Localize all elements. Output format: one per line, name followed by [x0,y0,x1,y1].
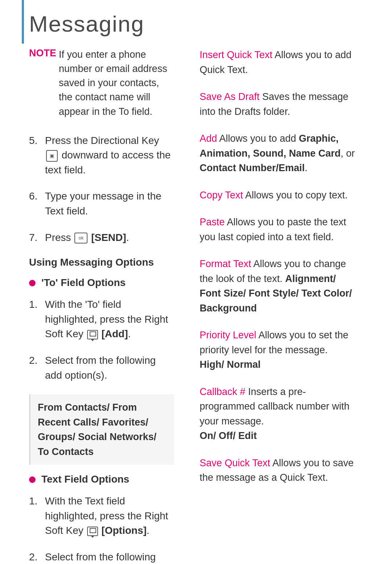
section-header-messaging-options: Using Messaging Options [29,257,174,268]
right-item-add: Add Allows you to add Graphic, Animation… [200,131,356,176]
step-7-text: Press ok [SEND]. [45,230,174,245]
right-item-callback: Callback # Inserts a pre-programmed call… [200,384,356,443]
term-format-text: Format Text [200,258,251,269]
bullet-text-field: Text Field Options [29,474,174,485]
right-item-save-quick-text: Save Quick Text Allows you to save the m… [200,456,356,485]
contacts-sub-block: From Contacts/ From Recent Calls/ Favori… [29,394,174,465]
text-step-1-text: With the Text field highlighted, press t… [45,494,174,538]
page-container: Messaging NOTE If you enter a phone numb… [0,0,392,564]
step-6: 6. Type your message in the Text field. [29,189,174,218]
right-item-format-text: Format Text Allows you to change the loo… [200,257,356,315]
left-accent-bar [22,0,24,44]
step-6-num: 6. [29,189,42,218]
bullet-to-field: 'To' Field Options [29,277,174,289]
bullet-dot-1 [29,280,36,286]
term-add: Add [200,133,217,144]
text-step-1-num: 1. [29,494,42,538]
bullet-label-text: Text Field Options [41,474,129,485]
term-save-as-draft: Save As Draft [200,91,260,102]
right-item-priority-level: Priority Level Allows you to set the pri… [200,328,356,372]
right-item-insert-quick-text: Insert Quick Text Allows you to add Quic… [200,48,356,77]
step-5-num: 5. [29,133,42,178]
right-item-paste: Paste Allows you to paste the text you l… [200,215,356,244]
step-7: 7. Press ok [SEND]. [29,230,174,245]
term-save-quick-text: Save Quick Text [200,458,270,468]
right-column: Insert Quick Text Allows you to add Quic… [189,44,377,564]
term-insert-quick-text: Insert Quick Text [200,49,273,60]
text-field-step-2: 2. Select from the following option(s). [29,550,174,564]
to-step-2-text: Select from the following add option(s). [45,353,174,383]
left-column: NOTE If you enter a phone number or emai… [0,44,189,564]
text-step-2-text: Select from the following option(s). [45,550,174,564]
term-copy-text: Copy Text [200,190,243,201]
to-field-step-2: 2. Select from the following add option(… [29,353,174,383]
bullet-dot-2 [29,476,36,483]
step-7-num: 7. [29,230,42,245]
to-step-1-num: 1. [29,297,42,342]
desc-add: Allows you to add Graphic, Animation, So… [200,133,355,173]
to-step-2-num: 2. [29,353,42,383]
to-field-step-1: 1. With the 'To' field highlighted, pres… [29,297,174,342]
term-paste: Paste [200,217,225,227]
to-step-1-text: With the 'To' field highlighted, press t… [45,297,174,342]
bullet-label-to: 'To' Field Options [41,277,126,289]
note-block: NOTE If you enter a phone number or emai… [29,48,174,119]
content-wrapper: NOTE If you enter a phone number or emai… [0,44,392,564]
desc-copy-text: Allows you to copy text. [245,190,348,201]
term-priority-level: Priority Level [200,330,256,341]
step-5: 5. Press the Directional Key ▣ downward … [29,133,174,178]
step-5-text: Press the Directional Key ▣ downward to … [45,133,174,178]
text-field-step-1: 1. With the Text field highlighted, pres… [29,494,174,538]
step-6-text: Type your message in the Text field. [45,189,174,218]
term-callback: Callback # [200,386,245,397]
right-item-copy-text: Copy Text Allows you to copy text. [200,188,356,203]
page-title: Messaging [0,0,392,44]
text-step-2-num: 2. [29,550,42,564]
note-label: NOTE [29,48,54,119]
note-text: If you enter a phone number or email add… [59,48,174,119]
right-item-save-as-draft: Save As Draft Saves the message into the… [200,89,356,119]
